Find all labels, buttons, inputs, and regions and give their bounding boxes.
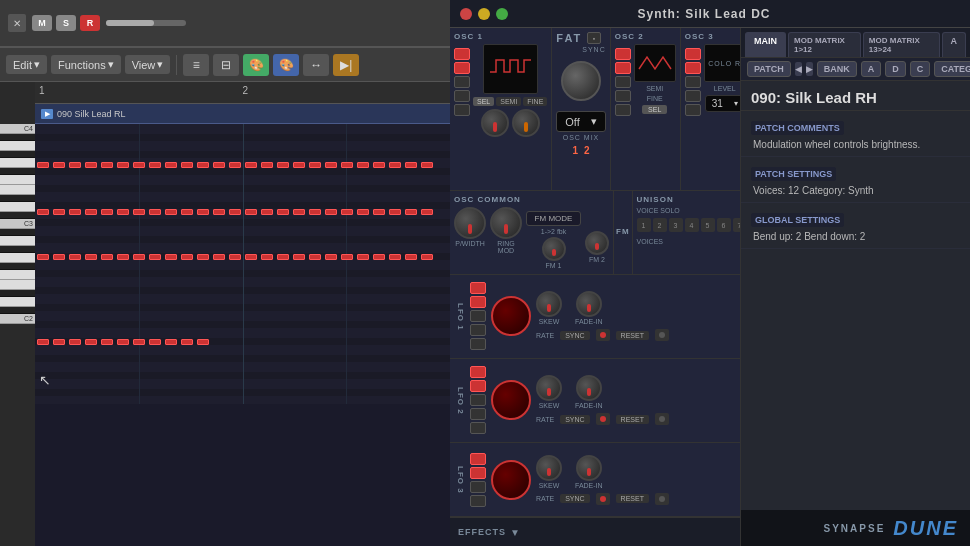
osc2-led-4[interactable] — [615, 90, 631, 102]
piano-key-d2[interactable] — [0, 297, 35, 307]
note[interactable] — [373, 162, 385, 168]
note[interactable] — [277, 209, 289, 215]
piano-key-a2[interactable] — [0, 236, 35, 246]
lfo2-led-5[interactable] — [470, 422, 486, 434]
win-max-btn[interactable] — [496, 8, 508, 20]
tab-mod1[interactable]: MOD MATRIX 1>12 — [788, 32, 861, 57]
piano-key-eb2[interactable] — [0, 290, 35, 297]
next-patch-btn[interactable]: ▶ — [806, 62, 813, 76]
note[interactable] — [405, 254, 417, 260]
palette-icon-btn[interactable]: 🎨 — [273, 54, 299, 76]
edit-menu-btn[interactable]: Edit ▾ — [6, 55, 47, 74]
lfo1-led-3[interactable] — [470, 310, 486, 322]
note[interactable] — [389, 162, 401, 168]
piano-key-e2[interactable] — [0, 280, 35, 290]
lfo1-main-knob[interactable] — [491, 296, 531, 336]
note[interactable] — [357, 209, 369, 215]
note[interactable] — [341, 254, 353, 260]
lfo1-led-5[interactable] — [470, 338, 486, 350]
note[interactable] — [149, 162, 161, 168]
lfo3-reset-led[interactable] — [655, 493, 669, 505]
note[interactable] — [341, 162, 353, 168]
zoom-icon-btn[interactable]: ▶| — [333, 54, 359, 76]
osc3-led-5[interactable] — [685, 104, 701, 116]
note[interactable] — [341, 209, 353, 215]
note[interactable] — [373, 254, 385, 260]
osc3-led-3[interactable] — [685, 76, 701, 88]
semi-knob[interactable] — [481, 109, 509, 137]
note[interactable] — [101, 162, 113, 168]
tab-mod2[interactable]: MOD MATRIX 13>24 — [863, 32, 940, 57]
note[interactable] — [85, 339, 97, 345]
piano-key-g2[interactable] — [0, 253, 35, 263]
lfo1-sync-btn[interactable]: SYNC — [560, 331, 589, 340]
lfo1-led-1[interactable] — [470, 282, 486, 294]
lfo2-sync-led[interactable] — [596, 413, 610, 425]
note[interactable] — [53, 162, 65, 168]
voice-btn-1[interactable]: 1 — [637, 218, 651, 232]
note[interactable] — [165, 339, 177, 345]
lfo1-led-4[interactable] — [470, 324, 486, 336]
lfo3-fadein-knob[interactable] — [576, 455, 602, 481]
a-btn[interactable]: A — [861, 61, 882, 77]
note[interactable] — [197, 339, 209, 345]
osc3-color-display[interactable]: COLO R — [704, 44, 740, 82]
note[interactable] — [245, 254, 257, 260]
lfo3-led-4[interactable] — [470, 495, 486, 507]
piano-key-ab2[interactable] — [0, 246, 35, 253]
fine-knob[interactable] — [512, 109, 540, 137]
note[interactable] — [181, 209, 193, 215]
note[interactable] — [229, 209, 241, 215]
lfo3-skew-knob[interactable] — [536, 455, 562, 481]
osc1-led-2[interactable] — [454, 62, 470, 74]
transpose-icon-btn[interactable]: ↔ — [303, 54, 329, 76]
lfo2-sync-btn[interactable]: SYNC — [560, 415, 589, 424]
piano-key-gb2[interactable] — [0, 263, 35, 270]
lfo3-sync-btn[interactable]: SYNC — [560, 494, 589, 503]
lfo3-reset-btn[interactable]: RESET — [616, 494, 649, 503]
fm2-knob[interactable] — [585, 231, 609, 255]
note[interactable] — [229, 254, 241, 260]
note[interactable] — [261, 254, 273, 260]
note[interactable] — [149, 254, 161, 260]
osc2-led-1[interactable] — [615, 48, 631, 60]
win-close-btn[interactable] — [460, 8, 472, 20]
piano-key-b3[interactable] — [0, 134, 35, 141]
osc2-led-2[interactable] — [615, 62, 631, 74]
piano-key-c4[interactable]: C4 — [0, 124, 35, 134]
track-close-btn[interactable]: ✕ — [8, 14, 26, 32]
win-min-btn[interactable] — [478, 8, 490, 20]
fm-mode-btn[interactable]: FM MODE — [526, 211, 581, 226]
notes-container[interactable]: ↖ — [35, 124, 450, 404]
piano-key-ab3[interactable] — [0, 151, 35, 158]
note[interactable] — [37, 254, 49, 260]
note[interactable] — [101, 339, 113, 345]
note[interactable] — [117, 209, 129, 215]
note[interactable] — [357, 162, 369, 168]
lfo1-skew-knob[interactable] — [536, 291, 562, 317]
osc2-led-3[interactable] — [615, 76, 631, 88]
osc3-num-display[interactable]: 31 ▾ — [705, 95, 740, 112]
osc3-led-2[interactable] — [685, 62, 701, 74]
piano-key-f3[interactable] — [0, 175, 35, 185]
note[interactable] — [213, 209, 225, 215]
solo-button[interactable]: S — [56, 15, 76, 31]
bank-btn[interactable]: BANK — [817, 61, 857, 77]
piano-key-c2[interactable]: C2 — [0, 314, 35, 324]
color-icon-btn[interactable]: 🎨 — [243, 54, 269, 76]
effects-arrow-icon[interactable]: ▼ — [510, 527, 520, 538]
piano-key-a3[interactable] — [0, 141, 35, 151]
note[interactable] — [117, 162, 129, 168]
note[interactable] — [69, 209, 81, 215]
quantize-icon-btn[interactable]: ≡ — [183, 54, 209, 76]
note[interactable] — [405, 209, 417, 215]
osc1-led-4[interactable] — [454, 90, 470, 102]
lfo3-led-2[interactable] — [470, 467, 486, 479]
piano-key-d3[interactable] — [0, 202, 35, 212]
note[interactable] — [261, 162, 273, 168]
lfo3-main-knob[interactable] — [491, 460, 531, 500]
note[interactable] — [197, 209, 209, 215]
record-button[interactable]: R — [80, 15, 100, 31]
note[interactable] — [101, 209, 113, 215]
note[interactable] — [149, 339, 161, 345]
